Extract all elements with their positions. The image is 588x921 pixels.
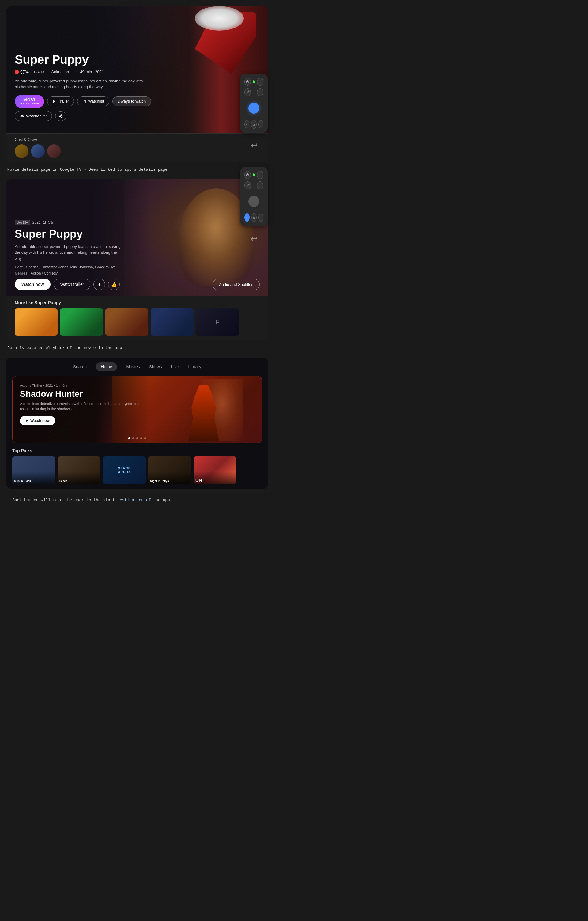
pick-card-5[interactable]: ON bbox=[193, 456, 236, 484]
thumb-card-2[interactable] bbox=[60, 308, 103, 336]
top-picks-title: Top Picks bbox=[12, 448, 262, 453]
back-btn-2[interactable]: ← bbox=[244, 213, 250, 222]
play-icon bbox=[52, 99, 56, 103]
banner-title: Shadow Hunter bbox=[20, 389, 145, 399]
thumb-card-5[interactable]: F bbox=[196, 308, 239, 336]
remote-bottom-2: ← ⌂ bbox=[244, 213, 263, 222]
hero-section-2: U/A 13+ 2021 1h 53m Super Puppy An adora… bbox=[6, 179, 268, 296]
share-icon bbox=[58, 114, 63, 118]
movi-brand-text: MOVI bbox=[23, 98, 36, 103]
tomato-rating: 97% bbox=[15, 70, 29, 75]
nav-live[interactable]: Live bbox=[171, 364, 179, 369]
section-3-app-home: Search Home Movies Shows Live Library bbox=[6, 358, 268, 489]
cast-thumb-1 bbox=[15, 144, 28, 158]
rating-score: 97% bbox=[20, 70, 29, 75]
banner-watch-button[interactable]: Watch now bbox=[20, 416, 55, 425]
section-2-app-details: U/A 13+ 2021 1h 53m Super Puppy An adora… bbox=[6, 179, 268, 340]
pick-overlay-4: Night in Tokyo bbox=[148, 472, 191, 484]
banner-content: Action / Thriller • 2021 • 1h 48m Shadow… bbox=[20, 384, 145, 425]
watch-trailer-button[interactable]: Watch trailer bbox=[54, 278, 90, 290]
genres-value: Action / Comedy bbox=[31, 271, 58, 275]
select-button-1[interactable] bbox=[249, 103, 259, 114]
add-button[interactable]: + bbox=[93, 278, 105, 290]
pick-card-4[interactable]: Night in Tokyo bbox=[148, 456, 191, 484]
hero-banner: Action / Thriller • 2021 • 1h 48m Shadow… bbox=[12, 376, 262, 443]
home-btn-1[interactable]: ⌂ bbox=[251, 120, 256, 129]
movie-title-2: Super Puppy bbox=[15, 228, 159, 241]
remote-1: ⏻ 🎤 ← ⌂ bbox=[240, 73, 268, 133]
svg-line-8 bbox=[60, 115, 62, 116]
bookmark-icon bbox=[82, 99, 86, 103]
circle-button-2b[interactable] bbox=[257, 181, 263, 189]
home-icon-2: ⌂ bbox=[253, 215, 255, 220]
genres-info-row: Genres Action / Comedy bbox=[15, 271, 159, 275]
watchlist-button[interactable]: Watchlist bbox=[77, 96, 109, 106]
more-like-title: More like Super Puppy bbox=[15, 300, 260, 305]
like-icon: 👍 bbox=[111, 282, 117, 287]
nav-shows[interactable]: Shows bbox=[149, 364, 162, 369]
dot-5 bbox=[144, 437, 146, 439]
home-btn-2[interactable]: ⌂ bbox=[252, 213, 257, 222]
fur-decoration bbox=[195, 6, 244, 31]
watched-it-label: Watched it? bbox=[26, 114, 47, 118]
pick-overlay-5: ON bbox=[193, 472, 236, 484]
pick-card-2[interactable]: Faces bbox=[58, 456, 101, 484]
mic-icon-2: 🎤 bbox=[245, 184, 250, 187]
extra-btn-1[interactable] bbox=[258, 120, 263, 129]
year-text: 2021 bbox=[95, 70, 104, 74]
add-icon: + bbox=[98, 282, 101, 287]
power-icon-1: ⏻ bbox=[246, 80, 249, 84]
picks-row: Men in Black Faces SPACEOPERA Night in T… bbox=[12, 456, 262, 484]
cast-label: Cast bbox=[15, 265, 23, 269]
thumb-card-4[interactable] bbox=[151, 308, 193, 336]
nav-search[interactable]: Search bbox=[73, 364, 87, 369]
thumb-card-1[interactable] bbox=[15, 308, 58, 336]
section-2-caption: Details page or playback of the movie in… bbox=[6, 346, 268, 350]
like-button[interactable]: 👍 bbox=[108, 278, 120, 290]
thumb-card-3[interactable] bbox=[106, 308, 148, 336]
svg-point-4 bbox=[22, 116, 23, 116]
curved-arrow-2: ↩ bbox=[250, 233, 258, 244]
power-button-2[interactable]: ⏻ bbox=[244, 171, 251, 179]
ways-to-watch-button[interactable]: 2 ways to watch bbox=[112, 96, 151, 106]
pick-card-1[interactable]: Men in Black bbox=[12, 456, 55, 484]
watched-it-button[interactable]: Watched it? bbox=[15, 111, 52, 121]
status-indicator-1 bbox=[253, 80, 255, 83]
arrow-1: ↩ bbox=[240, 136, 268, 155]
mic-button-1[interactable]: 🎤 bbox=[244, 88, 251, 96]
duration-text: 1 hr 49 min bbox=[72, 70, 92, 74]
select-button-2[interactable] bbox=[249, 196, 259, 207]
arrow-2: ↩ bbox=[240, 229, 268, 247]
audio-subs-button[interactable]: Audio and Subtitles bbox=[213, 279, 260, 290]
cast-thumbnails bbox=[15, 144, 260, 158]
watch-now-button[interactable]: Watch now bbox=[15, 279, 50, 290]
extra-btn-2[interactable] bbox=[258, 213, 263, 221]
trailer-button[interactable]: Trailer bbox=[47, 96, 74, 106]
circle-button-1b[interactable] bbox=[257, 88, 263, 96]
cast-crew-label: Cast & Crew bbox=[15, 137, 37, 142]
carousel-dots bbox=[128, 437, 146, 439]
nav-library[interactable]: Library bbox=[188, 364, 201, 369]
remote-top-2: ⏻ bbox=[244, 171, 263, 179]
remote-top-1: ⏻ bbox=[244, 78, 263, 86]
pick-label-4: Night in Tokyo bbox=[150, 480, 169, 483]
space-opera-label: SPACEOPERA bbox=[118, 466, 131, 474]
share-button[interactable] bbox=[55, 111, 66, 121]
nav-home[interactable]: Home bbox=[96, 363, 117, 371]
nav-movies[interactable]: Movies bbox=[126, 364, 140, 369]
banner-genre: Action / Thriller • 2021 • 1h 48m bbox=[20, 384, 145, 387]
svg-marker-0 bbox=[53, 100, 55, 103]
mic-button-2[interactable]: 🎤 bbox=[244, 181, 251, 189]
dot-1 bbox=[128, 437, 130, 439]
remote-2: ⏻ 🎤 ← ⌂ bbox=[240, 167, 268, 226]
more-like-section: More like Super Puppy F bbox=[6, 296, 268, 340]
dotted-line bbox=[253, 155, 254, 164]
movi-watch-button[interactable]: MOVI WATCH NOW bbox=[15, 95, 44, 108]
pick-card-3[interactable]: SPACEOPERA bbox=[103, 456, 146, 484]
pick-overlay-2: Faces bbox=[58, 472, 101, 484]
power-button-1[interactable]: ⏻ bbox=[244, 78, 251, 86]
back-btn-1[interactable]: ← bbox=[244, 120, 249, 129]
circle-button-2[interactable] bbox=[257, 171, 263, 179]
circle-button-1[interactable] bbox=[257, 78, 263, 86]
banner-watch-label: Watch now bbox=[30, 418, 50, 423]
